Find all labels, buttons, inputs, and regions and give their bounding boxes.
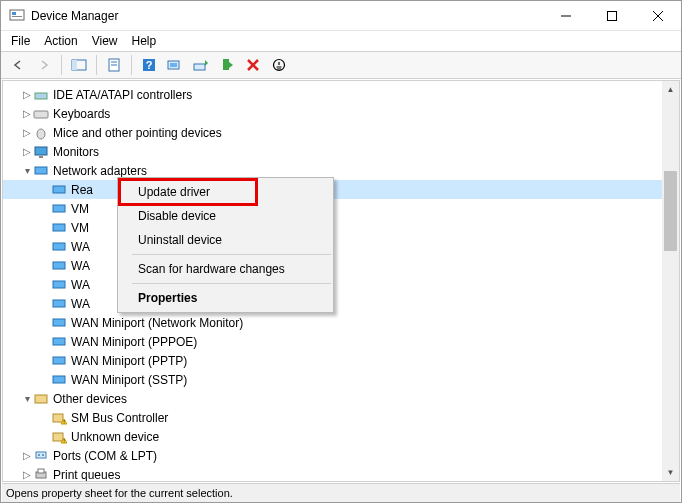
svg-rect-2 [12, 16, 22, 17]
scroll-up-arrow[interactable]: ▲ [662, 81, 679, 98]
adapter-icon [51, 315, 67, 331]
tree-node-ide[interactable]: ▷IDE ATA/ATAPI controllers [3, 85, 679, 104]
svg-text:?: ? [146, 59, 153, 71]
adapter-icon [51, 239, 67, 255]
svg-rect-35 [53, 338, 65, 345]
device-tree-panel: ▷IDE ATA/ATAPI controllers ▷Keyboards ▷M… [2, 80, 680, 482]
device-tree[interactable]: ▷IDE ATA/ATAPI controllers ▷Keyboards ▷M… [3, 81, 679, 482]
svg-rect-4 [608, 11, 617, 20]
context-menu: Update driver Disable device Uninstall d… [117, 177, 334, 313]
svg-rect-28 [53, 205, 65, 212]
uninstall-button[interactable] [242, 54, 264, 76]
close-button[interactable] [635, 1, 681, 30]
show-hide-tree-button[interactable] [68, 54, 90, 76]
tree-node-network-adapters[interactable]: ▾Network adapters [3, 161, 679, 180]
svg-rect-17 [223, 59, 229, 70]
statusbar: Opens property sheet for the current sel… [2, 483, 680, 502]
printer-icon [33, 467, 49, 483]
tree-node-adapter-wanmon[interactable]: WAN Miniport (Network Monitor) [3, 313, 679, 332]
chevron-right-icon[interactable]: ▷ [21, 450, 33, 461]
cm-update-driver[interactable]: Update driver [120, 180, 331, 204]
tree-node-adapter-wa2[interactable]: WA [3, 256, 679, 275]
svg-rect-33 [53, 300, 65, 307]
monitor-icon [33, 144, 49, 160]
chevron-right-icon[interactable]: ▷ [21, 469, 33, 480]
keyboard-icon [33, 106, 49, 122]
scan-button[interactable] [164, 54, 186, 76]
adapter-icon [51, 182, 67, 198]
back-button[interactable] [7, 54, 29, 76]
maximize-button[interactable] [589, 1, 635, 30]
properties-button[interactable] [103, 54, 125, 76]
tree-node-smbus[interactable]: !SM Bus Controller [3, 408, 679, 427]
cm-uninstall-device[interactable]: Uninstall device [120, 228, 331, 252]
svg-rect-34 [53, 319, 65, 326]
svg-rect-45 [36, 452, 46, 458]
cm-disable-device[interactable]: Disable device [120, 204, 331, 228]
toolbar: ? [1, 51, 681, 79]
enable-button[interactable] [216, 54, 238, 76]
tree-node-adapter-wansstp[interactable]: WAN Miniport (SSTP) [3, 370, 679, 389]
chevron-right-icon[interactable]: ▷ [21, 108, 33, 119]
adapter-icon [51, 258, 67, 274]
tree-node-keyboards[interactable]: ▷Keyboards [3, 104, 679, 123]
tree-node-adapter-vm2[interactable]: VM [3, 218, 679, 237]
tree-node-adapter-wanpptp[interactable]: WAN Miniport (PPTP) [3, 351, 679, 370]
svg-point-46 [38, 454, 40, 456]
adapter-icon [51, 277, 67, 293]
svg-rect-32 [53, 281, 65, 288]
menu-action[interactable]: Action [44, 34, 77, 48]
tree-node-unknown[interactable]: !Unknown device [3, 427, 679, 446]
other-icon [33, 391, 49, 407]
svg-rect-26 [35, 167, 47, 174]
help-button[interactable]: ? [138, 54, 160, 76]
disable-button[interactable] [268, 54, 290, 76]
chevron-down-icon[interactable]: ▾ [21, 165, 33, 176]
menu-view[interactable]: View [92, 34, 118, 48]
tree-node-monitors[interactable]: ▷Monitors [3, 142, 679, 161]
cm-separator [132, 283, 331, 284]
menu-help[interactable]: Help [132, 34, 157, 48]
tree-node-adapter-wanpppoe[interactable]: WAN Miniport (PPPOE) [3, 332, 679, 351]
status-text: Opens property sheet for the current sel… [6, 487, 233, 499]
mouse-icon [33, 125, 49, 141]
forward-button[interactable] [33, 54, 55, 76]
menu-file[interactable]: File [11, 34, 30, 48]
vertical-scrollbar[interactable]: ▲ ▼ [662, 81, 679, 481]
update-driver-button[interactable] [190, 54, 212, 76]
svg-rect-29 [53, 224, 65, 231]
cm-properties[interactable]: Properties [120, 286, 331, 310]
minimize-button[interactable] [543, 1, 589, 30]
tree-node-adapter-wa1[interactable]: WA [3, 237, 679, 256]
svg-rect-38 [35, 395, 47, 403]
adapter-icon [51, 201, 67, 217]
svg-rect-24 [35, 147, 47, 155]
svg-rect-37 [53, 376, 65, 383]
tree-node-ports[interactable]: ▷Ports (COM & LPT) [3, 446, 679, 465]
scroll-down-arrow[interactable]: ▼ [662, 464, 679, 481]
chevron-right-icon[interactable]: ▷ [21, 89, 33, 100]
port-icon [33, 448, 49, 464]
svg-rect-36 [53, 357, 65, 364]
tree-node-other-devices[interactable]: ▾Other devices [3, 389, 679, 408]
tree-node-adapter-vm1[interactable]: VM [3, 199, 679, 218]
ide-icon [33, 87, 49, 103]
scroll-thumb[interactable] [664, 171, 677, 251]
tree-node-adapter-wa4[interactable]: WA [3, 294, 679, 313]
svg-rect-31 [53, 262, 65, 269]
svg-rect-49 [38, 469, 44, 473]
tree-node-adapter-wa3[interactable]: WA [3, 275, 679, 294]
chevron-right-icon[interactable]: ▷ [21, 146, 33, 157]
chevron-down-icon[interactable]: ▾ [21, 393, 33, 404]
adapter-icon [51, 220, 67, 236]
tree-node-printq[interactable]: ▷Print queues [3, 465, 679, 482]
chevron-right-icon[interactable]: ▷ [21, 127, 33, 138]
tree-node-mice[interactable]: ▷Mice and other pointing devices [3, 123, 679, 142]
svg-point-47 [42, 454, 44, 456]
svg-rect-21 [35, 93, 47, 99]
tree-node-adapter-rea[interactable]: Rea [3, 180, 679, 199]
cm-scan-hw[interactable]: Scan for hardware changes [120, 257, 331, 281]
svg-rect-22 [34, 111, 48, 118]
warning-icon: ! [51, 429, 67, 445]
svg-rect-15 [170, 63, 177, 67]
